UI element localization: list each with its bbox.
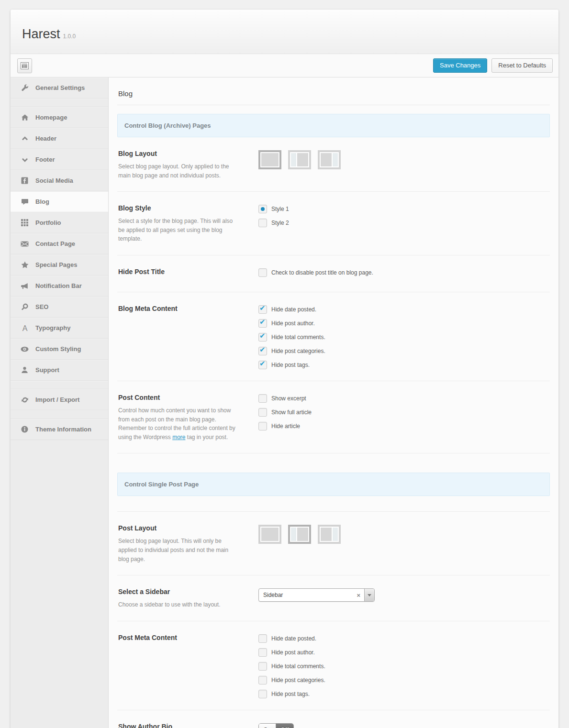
setting-title: Select a Sidebar — [118, 588, 238, 596]
selected-sidebar-value: Sidebar — [259, 592, 357, 598]
setting-desc: Choose a sidebar to use with the layout. — [118, 600, 238, 609]
sidebar-item-import-export[interactable]: Import / Export — [11, 389, 108, 410]
facebook-icon — [20, 177, 29, 184]
radio-style-2[interactable]: Style 2 — [258, 219, 549, 227]
layout-option-right-sidebar[interactable] — [318, 525, 341, 544]
checkbox-hide-post-categories[interactable]: Hide post categories. — [258, 676, 549, 684]
dropdown-arrow-icon[interactable] — [364, 589, 374, 601]
sidebar-item-label: Theme Information — [35, 426, 91, 433]
checkbox-checked-icon: ✔ — [258, 333, 267, 342]
sidebar-item-contact-page[interactable]: Contact Page — [11, 233, 108, 254]
setting-title: Blog Layout — [118, 150, 238, 157]
sidebar-item-support[interactable]: Support — [11, 360, 108, 381]
sidebar-item-label: Portfolio — [35, 219, 61, 226]
setting-row-hide-post-title: Hide Post Title Check to disable post ti… — [117, 255, 550, 292]
radio-selected-icon — [258, 205, 267, 213]
megaphone-icon — [20, 283, 29, 289]
checkbox-hide-total-comments[interactable]: ✔ Hide total comments. — [258, 333, 549, 342]
sidebar-select[interactable]: Sidebar × — [258, 588, 375, 602]
sidebar-item-notification-bar[interactable]: Notification Bar — [11, 276, 108, 297]
setting-desc: Select blog page layout. This will only … — [118, 537, 238, 563]
toggle-on-button[interactable]: On — [259, 724, 276, 728]
setting-row-post-meta-content: Post Meta Content Hide date posted. Hide… — [117, 621, 550, 710]
checkbox-icon — [258, 676, 267, 684]
checkbox-checked-icon: ✔ — [258, 305, 267, 314]
sidebar-item-footer[interactable]: Footer — [11, 149, 108, 170]
eye-icon — [20, 346, 29, 352]
checkbox-hide-date-posted[interactable]: Hide date posted. — [258, 634, 549, 643]
sidebar-item-label: Social Media — [35, 177, 73, 184]
checkbox-hide-post-tags[interactable]: ✔ Hide post tags. — [258, 361, 549, 369]
sidebar-divider — [11, 410, 108, 419]
checkbox-hide-post-author[interactable]: Hide post author. — [258, 648, 549, 657]
checkbox-show-full-article[interactable]: Show full article — [258, 408, 549, 417]
checkbox-hide-date-posted[interactable]: ✔ Hide date posted. — [258, 305, 549, 314]
star-icon — [20, 261, 29, 268]
app-version: 1.0.0 — [63, 33, 76, 40]
setting-row-post-layout: Post Layout Select blog page layout. Thi… — [117, 512, 550, 575]
layout-option-left-sidebar[interactable] — [288, 150, 311, 169]
checkbox-hide-total-comments[interactable]: Hide total comments. — [258, 662, 549, 671]
sidebar-item-typography[interactable]: A Typography — [11, 318, 108, 339]
sidebar-item-label: Import / Export — [35, 396, 79, 403]
sidebar-item-header[interactable]: Header — [11, 128, 108, 149]
layout-option-fullwidth[interactable] — [258, 525, 281, 544]
sidebar-item-portfolio[interactable]: Portfolio — [11, 212, 108, 233]
checkbox-disable-post-title[interactable]: Check to disable post title on blog page… — [258, 268, 549, 277]
checkbox-hide-post-author[interactable]: ✔ Hide post author. — [258, 319, 549, 328]
sidebar-item-theme-information[interactable]: Theme Information — [11, 419, 108, 440]
reset-defaults-button[interactable]: Reset to Defaults — [491, 58, 553, 73]
setting-title: Show Author Bio — [118, 723, 238, 728]
comment-icon — [20, 199, 29, 205]
sidebar-item-label: Custom Styling — [35, 345, 81, 353]
sidebar-item-label: Typography — [35, 324, 70, 331]
radio-style-1[interactable]: Style 1 — [258, 205, 549, 213]
checkbox-hide-post-categories[interactable]: ✔ Hide post categories. — [258, 347, 549, 355]
panel-header: Harest1.0.0 — [11, 10, 558, 54]
sidebar-item-blog[interactable]: Blog — [11, 191, 108, 212]
sidebar-item-homepage[interactable]: Homepage — [11, 107, 108, 128]
sidebar-item-label: Contact Page — [35, 240, 75, 247]
user-icon — [20, 366, 29, 374]
typography-icon: A — [20, 324, 29, 332]
checkbox-checked-icon: ✔ — [258, 347, 267, 355]
save-changes-button[interactable]: Save Changes — [433, 58, 487, 73]
clear-selection-icon[interactable]: × — [357, 592, 364, 599]
checkbox-icon — [258, 690, 267, 698]
layout-option-fullwidth[interactable] — [258, 150, 281, 169]
wrench-icon — [20, 84, 29, 92]
app-title: Harest — [22, 27, 60, 41]
chevron-down-icon — [20, 157, 29, 163]
author-bio-toggle[interactable]: On Off — [258, 723, 294, 728]
sidebar-item-label: SEO — [35, 303, 48, 310]
sidebar-item-general-settings[interactable]: General Settings — [11, 77, 108, 99]
checkbox-icon — [258, 268, 267, 277]
checkbox-hide-article[interactable]: Hide article — [258, 422, 549, 430]
layout-option-left-sidebar[interactable] — [288, 525, 311, 544]
setting-row-post-content: Post Content Control how much content yo… — [117, 381, 550, 453]
toggle-off-button[interactable]: Off — [276, 724, 293, 728]
layout-page-icon[interactable] — [17, 58, 32, 73]
checkbox-icon — [258, 662, 267, 671]
checkbox-hide-post-tags[interactable]: Hide post tags. — [258, 690, 549, 698]
checkbox-icon — [258, 422, 267, 430]
sidebar-item-special-pages[interactable]: Special Pages — [11, 254, 108, 276]
layout-option-right-sidebar[interactable] — [318, 150, 341, 169]
setting-title: Blog Style — [118, 204, 238, 212]
sidebar-item-seo[interactable]: SEO — [11, 297, 108, 318]
sidebar-item-custom-styling[interactable]: Custom Styling — [11, 339, 108, 360]
page-title: Blog — [117, 86, 550, 105]
sidebar-item-social-media[interactable]: Social Media — [11, 170, 108, 191]
post-layout-thumbnails — [258, 525, 549, 544]
toolbar: Save Changes Reset to Defaults — [11, 54, 558, 77]
checkbox-show-excerpt[interactable]: Show excerpt — [258, 394, 549, 403]
sidebar-item-label: Notification Bar — [35, 282, 82, 289]
setting-title: Post Layout — [118, 524, 238, 532]
refresh-icon — [20, 396, 29, 404]
setting-title: Hide Post Title — [118, 268, 238, 276]
sidebar-item-label: General Settings — [35, 84, 85, 91]
checkbox-icon — [258, 634, 267, 643]
more-tag-link[interactable]: more — [172, 434, 185, 441]
setting-row-blog-meta-content: Blog Meta Content ✔ Hide date posted. ✔ … — [117, 292, 550, 381]
section-header-archive: Control Blog (Archive) Pages — [117, 114, 550, 137]
